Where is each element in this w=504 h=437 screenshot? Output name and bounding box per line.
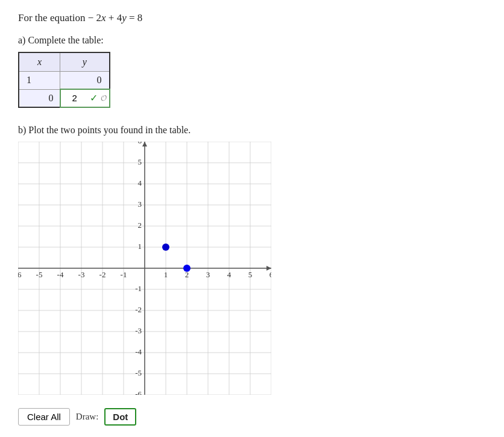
values-table: x y 1 0 0 ✓ 𝓞 [18, 52, 110, 108]
dot-button[interactable]: Dot [104, 408, 136, 426]
part-a-label: a) Complete the table: [18, 35, 486, 46]
col-x-header: x [19, 52, 60, 72]
edit-icon[interactable]: 𝓞 [101, 93, 106, 103]
x-value-1: 1 [19, 72, 60, 90]
check-icon: ✓ [90, 92, 98, 104]
y-input-field[interactable] [64, 93, 86, 103]
x-value-2: 0 [19, 89, 60, 107]
y-value-1: 0 [60, 72, 110, 90]
toolbar: Clear All Draw: Dot [18, 408, 486, 426]
part-b-label: b) Plot the two points you found in the … [18, 125, 486, 136]
y-input-cell[interactable]: ✓ 𝓞 [60, 89, 110, 107]
draw-label: Draw: [76, 412, 99, 422]
table-row: 0 ✓ 𝓞 [19, 89, 110, 107]
clear-all-button[interactable]: Clear All [18, 408, 70, 426]
graph-canvas[interactable] [18, 142, 271, 395]
table-wrapper: x y 1 0 0 ✓ 𝓞 [18, 52, 110, 108]
graph-container [18, 142, 271, 395]
equation-display: For the equation − 2x + 4y = 8 [18, 12, 486, 24]
table-row: 1 0 [19, 72, 110, 90]
col-y-header: y [60, 52, 110, 72]
